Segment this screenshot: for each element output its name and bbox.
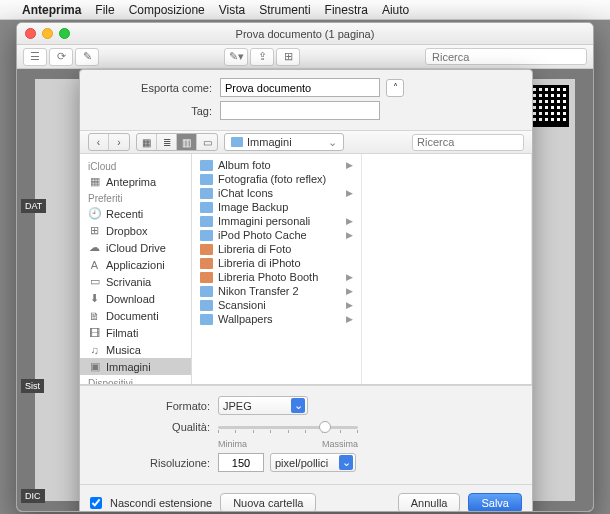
folder-item[interactable]: Image Backup bbox=[192, 200, 361, 214]
sidebar-item[interactable]: 🎞Filmati bbox=[80, 324, 191, 341]
menu-window[interactable]: Finestra bbox=[325, 3, 368, 17]
empty-column bbox=[362, 154, 532, 384]
location-popup[interactable]: Immagini ⌄ bbox=[224, 133, 344, 151]
hide-extension-checkbox[interactable] bbox=[90, 497, 102, 509]
folder-item[interactable]: Nikon Transfer 2▶ bbox=[192, 284, 361, 298]
folder-icon bbox=[200, 300, 213, 311]
nav-forward-button[interactable]: › bbox=[109, 134, 129, 150]
folder-item[interactable]: Wallpapers▶ bbox=[192, 312, 361, 326]
sidebar-item-icon: ⬇ bbox=[88, 292, 101, 305]
resolution-unit-select[interactable]: pixel/pollici bbox=[270, 453, 356, 472]
folder-item[interactable]: Libreria Photo Booth▶ bbox=[192, 270, 361, 284]
format-select[interactable]: JPEG bbox=[218, 396, 308, 415]
menu-file[interactable]: File bbox=[95, 3, 114, 17]
browser-search-input[interactable] bbox=[412, 134, 524, 151]
window-search-input[interactable] bbox=[425, 48, 587, 65]
folder-item[interactable]: iChat Icons▶ bbox=[192, 186, 361, 200]
folder-item-label: Wallpapers bbox=[218, 313, 273, 325]
sidebar-item-icon: 🎞 bbox=[88, 326, 101, 339]
sidebar-item-label: iCloud Drive bbox=[106, 242, 166, 254]
folder-item[interactable]: Fotografia (foto reflex) bbox=[192, 172, 361, 186]
tag-input[interactable] bbox=[220, 101, 380, 120]
browser-sidebar: iCloud▦AnteprimaPreferiti🕘Recenti⊞Dropbo… bbox=[80, 154, 192, 384]
nav-back-button[interactable]: ‹ bbox=[89, 134, 109, 150]
menu-view[interactable]: Vista bbox=[219, 3, 245, 17]
folder-item[interactable]: Album foto▶ bbox=[192, 158, 361, 172]
menu-help[interactable]: Aiuto bbox=[382, 3, 409, 17]
chevron-right-icon: ▶ bbox=[346, 230, 353, 240]
format-label: Formato: bbox=[92, 400, 210, 412]
edit-button[interactable]: ✎▾ bbox=[224, 48, 248, 66]
folder-item-label: Nikon Transfer 2 bbox=[218, 285, 299, 297]
sidebar-item[interactable]: ☁iCloud Drive bbox=[80, 239, 191, 256]
sidebar-section-head: Dispositivi bbox=[80, 375, 191, 384]
view-mode-segment: ▦ ≣ ▥ ▭ bbox=[136, 133, 218, 151]
sidebar-item[interactable]: ♫Musica bbox=[80, 341, 191, 358]
folder-item[interactable]: iPod Photo Cache▶ bbox=[192, 228, 361, 242]
sidebar-item[interactable]: 🕘Recenti bbox=[80, 205, 191, 222]
folder-item-label: Libreria di Foto bbox=[218, 243, 291, 255]
folder-item-label: Fotografia (foto reflex) bbox=[218, 173, 326, 185]
document-toolbar: ☰ ⟳ ✎ ✎▾ ⇪ ⊞ bbox=[17, 45, 593, 69]
sidebar-item[interactable]: ▭Scrivania bbox=[80, 273, 191, 290]
menu-tools[interactable]: Strumenti bbox=[259, 3, 310, 17]
folder-item-label: Scansioni bbox=[218, 299, 266, 311]
share-button[interactable]: ⇪ bbox=[250, 48, 274, 66]
view-gallery-button[interactable]: ▭ bbox=[197, 134, 217, 150]
system-menubar: Anteprima File Composizione Vista Strume… bbox=[0, 0, 610, 20]
sidebar-section-head: Preferiti bbox=[80, 190, 191, 205]
sidebar-section-head: iCloud bbox=[80, 158, 191, 173]
folder-icon bbox=[200, 160, 213, 171]
tools-button[interactable]: ⊞ bbox=[276, 48, 300, 66]
rotate-button[interactable]: ⟳ bbox=[49, 48, 73, 66]
folder-item[interactable]: Libreria di Foto bbox=[192, 242, 361, 256]
sidebar-item-icon: 🕘 bbox=[88, 207, 101, 220]
new-folder-button[interactable]: Nuova cartella bbox=[220, 493, 316, 513]
view-list-button[interactable]: ≣ bbox=[157, 134, 177, 150]
save-button[interactable]: Salva bbox=[468, 493, 522, 513]
sidebar-item[interactable]: 🗎Documenti bbox=[80, 307, 191, 324]
browser-navbar: ‹ › ▦ ≣ ▥ ▭ Immagini ⌄ bbox=[80, 130, 532, 154]
sheet-footer: Nascondi estensione Nuova cartella Annul… bbox=[80, 484, 532, 512]
folder-icon bbox=[200, 314, 213, 325]
folder-item-label: Immagini personali bbox=[218, 215, 310, 227]
folder-icon bbox=[200, 286, 213, 297]
sheet-header: Esporta come: ˄ Tag: bbox=[80, 70, 532, 130]
resolution-label: Risoluzione: bbox=[92, 457, 210, 469]
chevron-right-icon: ▶ bbox=[346, 272, 353, 282]
folder-item-label: Image Backup bbox=[218, 201, 288, 213]
folder-item[interactable]: Libreria di iPhoto bbox=[192, 256, 361, 270]
sidebar-item[interactable]: AApplicazioni bbox=[80, 256, 191, 273]
cancel-button[interactable]: Annulla bbox=[398, 493, 461, 513]
sidebar-item-icon: ♫ bbox=[88, 343, 101, 356]
bg-label: DIC bbox=[21, 489, 45, 503]
sidebar-item[interactable]: ⬇Download bbox=[80, 290, 191, 307]
quality-slider[interactable] bbox=[218, 419, 358, 435]
folder-item-label: Libreria di iPhoto bbox=[218, 257, 301, 269]
menu-edit[interactable]: Composizione bbox=[129, 3, 205, 17]
slider-thumb[interactable] bbox=[319, 421, 331, 433]
view-icons-button[interactable]: ▦ bbox=[137, 134, 157, 150]
sidebar-item[interactable]: ⊞Dropbox bbox=[80, 222, 191, 239]
package-icon bbox=[200, 272, 213, 283]
collapse-sheet-button[interactable]: ˄ bbox=[386, 79, 404, 97]
sidebar-item[interactable]: ▦Anteprima bbox=[80, 173, 191, 190]
export-name-label: Esporta come: bbox=[92, 82, 212, 94]
hide-extension-label: Nascondi estensione bbox=[110, 497, 212, 509]
sidebar-item-label: Applicazioni bbox=[106, 259, 165, 271]
sidebar-item-icon: ▭ bbox=[88, 275, 101, 288]
sidebar-item-icon: ⊞ bbox=[88, 224, 101, 237]
sidebar-toggle-button[interactable]: ☰ bbox=[23, 48, 47, 66]
folder-item[interactable]: Immagini personali▶ bbox=[192, 214, 361, 228]
view-columns-button[interactable]: ▥ bbox=[177, 134, 197, 150]
markup-button[interactable]: ✎ bbox=[75, 48, 99, 66]
folder-icon bbox=[200, 188, 213, 199]
export-name-input[interactable] bbox=[220, 78, 380, 97]
sidebar-item[interactable]: ▣Immagini bbox=[80, 358, 191, 375]
export-sheet: Esporta come: ˄ Tag: ‹ › ▦ ≣ ▥ ▭ I bbox=[79, 69, 533, 512]
folder-item[interactable]: Scansioni▶ bbox=[192, 298, 361, 312]
chevron-right-icon: ▶ bbox=[346, 314, 353, 324]
folder-item-label: Libreria Photo Booth bbox=[218, 271, 318, 283]
resolution-input[interactable] bbox=[218, 453, 264, 472]
app-name[interactable]: Anteprima bbox=[22, 3, 81, 17]
